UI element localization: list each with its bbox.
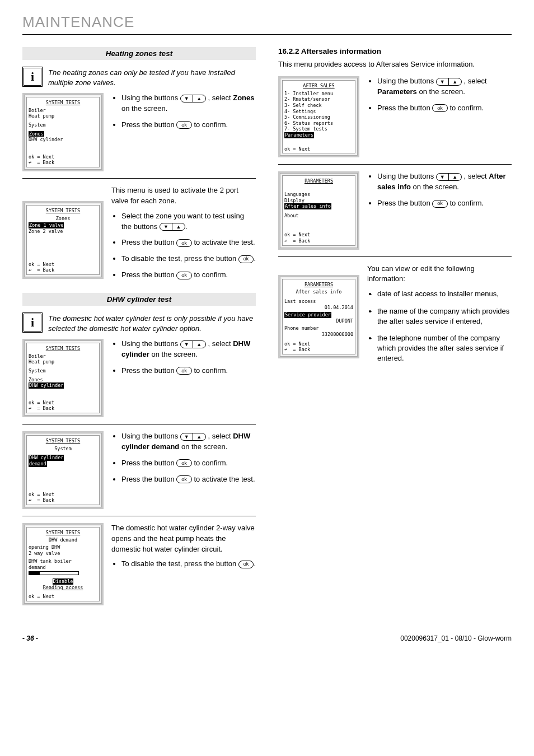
heating-zones-header: Heating zones test (22, 47, 256, 60)
ok-icon: ok (176, 475, 192, 483)
lcd-screen-3: SYSTEM TESTS Boiler Heat pump System Zon… (22, 339, 104, 417)
ok-icon: ok (176, 367, 192, 375)
info-text-1: The heating zones can only be tested if … (48, 67, 256, 87)
instruction: To disable the test, press the button ok… (121, 559, 256, 570)
info-icon: i (22, 312, 43, 333)
down-up-icon: ▼▲ (180, 340, 206, 348)
lcd-screen-2: SYSTEM TESTS Zones Zone 1 valve Zone 2 v… (22, 201, 104, 279)
instruction: Using the buttons ▼▲ , select After sale… (377, 171, 512, 193)
list-item: the telephone number of the company whic… (377, 333, 512, 364)
dhw-header: DHW cylinder test (22, 293, 256, 306)
ok-icon: ok (176, 272, 192, 279)
page-title: MAINTENANCE (22, 13, 512, 35)
page-number: - 36 - (22, 634, 38, 642)
info-text-2: The domestic hot water cylinder test is … (48, 312, 256, 333)
ok-icon: ok (176, 121, 192, 129)
paragraph: This menu is used to activate the 2 port… (111, 185, 256, 207)
instruction: To disable the test, press the button ok… (121, 254, 256, 264)
down-up-icon: ▼▲ (160, 223, 185, 231)
lcd-screen-r1: AFTER SALES 1- Installer menu 2- Rmstat/… (278, 76, 359, 157)
down-up-icon: ▼▲ (180, 433, 206, 441)
ok-icon: ok (432, 104, 448, 112)
ok-icon: ok (238, 561, 254, 568)
lcd-screen-r2: PARAMETERS Languages Display After sales… (278, 171, 359, 249)
paragraph: The domestic hot water cylinder 2-way va… (111, 523, 256, 555)
instruction: Press the button ok to confirm. (121, 458, 256, 469)
list-item: the name of the company which provides t… (377, 306, 512, 326)
ok-icon: ok (176, 459, 192, 467)
instruction: Press the button ok to confirm. (121, 120, 256, 130)
paragraph: This menu provides access to Aftersales … (278, 60, 512, 68)
instruction: Press the button ok to confirm. (377, 103, 512, 114)
instruction: Using the buttons ▼▲ , select Zones on t… (121, 93, 256, 114)
down-up-icon: ▼▲ (180, 95, 206, 102)
lcd-screen-r3: PARAMETERS After sales info Last access … (278, 275, 359, 358)
ok-icon: ok (176, 239, 192, 247)
instruction: Select the zone you want to test using t… (121, 211, 256, 232)
ok-icon: ok (238, 255, 254, 263)
lcd-screen-1: SYSTEM TESTS Boiler Heat pump System Zon… (22, 93, 104, 171)
aftersales-heading: 16.2.2 Aftersales information (278, 47, 512, 55)
down-up-icon: ▼▲ (436, 78, 462, 86)
right-column: 16.2.2 Aftersales information This menu … (278, 47, 512, 612)
instruction: Press the button ok to confirm. (377, 198, 512, 209)
instruction: Using the buttons ▼▲ , select DHW cylind… (121, 339, 256, 360)
down-up-icon: ▼▲ (436, 173, 462, 181)
instruction: Press the button ok to confirm. (121, 366, 256, 376)
instruction: Using the buttons ▼▲ , select DHW cylind… (121, 431, 256, 452)
list-item: date of last access to installer menus, (377, 289, 512, 299)
instruction: Press the button ok to confirm. (121, 270, 256, 281)
instruction: Press the button ok to activate the test… (121, 237, 256, 248)
info-icon: i (22, 67, 43, 87)
doc-reference: 0020096317_01 - 08/10 - Glow-worm (400, 634, 512, 642)
instruction: Press the button ok to activate the test… (121, 474, 256, 485)
instruction: Using the buttons ▼▲ , select Parameters… (377, 76, 512, 97)
paragraph: You can view or edit the following infor… (367, 264, 512, 285)
ok-icon: ok (432, 200, 448, 208)
left-column: Heating zones test i The heating zones c… (22, 47, 256, 612)
lcd-screen-4: SYSTEM TESTS System DHW cylinder demand … (22, 431, 104, 509)
lcd-screen-5: SYSTEM TESTS DHW demand opening DHW 2 wa… (22, 523, 104, 605)
